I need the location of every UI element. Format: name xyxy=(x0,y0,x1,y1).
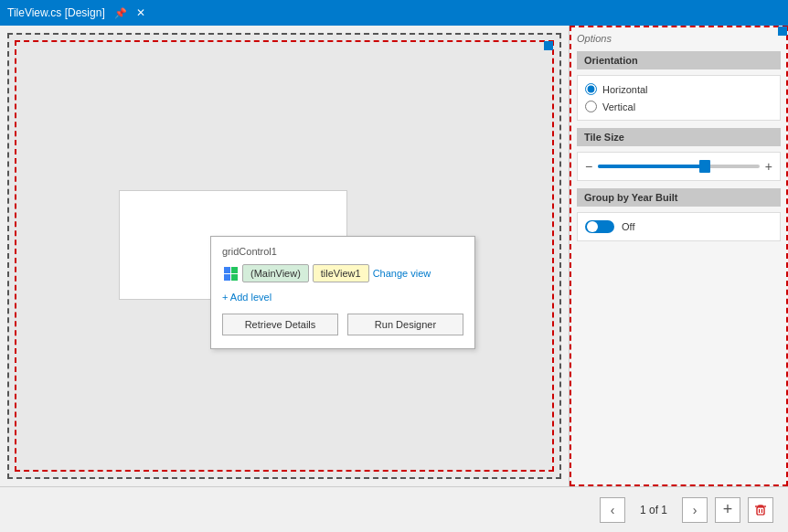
delete-button[interactable] xyxy=(748,497,773,523)
tile-size-header: Tile Size xyxy=(577,128,781,146)
pin-icon[interactable]: 📌 xyxy=(114,7,127,19)
add-level-label: + Add level xyxy=(222,292,272,303)
vertical-radio-item[interactable]: Vertical xyxy=(585,101,772,112)
vertical-radio[interactable] xyxy=(585,101,597,112)
run-designer-button[interactable]: Run Designer xyxy=(347,314,463,335)
main-content: gridControl1 (MainView) tile xyxy=(0,26,788,486)
horizontal-radio[interactable] xyxy=(585,83,597,95)
panel-content: Options Orientation Horizontal Vertical xyxy=(570,26,788,486)
next-button[interactable]: › xyxy=(682,497,708,523)
design-canvas: gridControl1 (MainView) tile xyxy=(7,33,561,479)
grid-control-popup: gridControl1 (MainView) tile xyxy=(210,236,475,349)
vertical-label: Vertical xyxy=(602,101,635,112)
bottom-bar: ‹ 1 of 1 › + xyxy=(0,486,788,532)
slider-track[interactable] xyxy=(598,165,760,168)
group-by-year-header: Group by Year Built xyxy=(577,188,781,207)
svg-rect-0 xyxy=(757,507,764,515)
toggle-container: Off xyxy=(577,212,781,241)
page-indicator: 1 of 1 xyxy=(633,504,675,516)
add-level-button[interactable]: + Add level xyxy=(222,292,463,303)
border-arrow-icon xyxy=(544,41,553,50)
tile-size-slider-container: − + xyxy=(577,152,781,181)
toggle-state-label: Off xyxy=(622,221,634,232)
slider-thumb[interactable] xyxy=(699,160,710,173)
title-bar-text: TileView.cs [Design] xyxy=(7,6,105,19)
options-label: Options xyxy=(577,33,781,44)
slider-minus-icon[interactable]: − xyxy=(585,160,592,173)
orientation-body: Horizontal Vertical xyxy=(577,75,781,121)
main-view-tab[interactable]: (MainView) xyxy=(242,264,309,282)
slider-fill xyxy=(598,165,703,168)
orientation-radio-group: Horizontal Vertical xyxy=(585,83,772,112)
canvas-inner: gridControl1 (MainView) tile xyxy=(9,35,559,477)
close-button[interactable]: ✕ xyxy=(133,5,149,21)
slider-plus-icon[interactable]: + xyxy=(765,160,772,173)
prev-button[interactable]: ‹ xyxy=(600,497,625,523)
title-bar: TileView.cs [Design] 📌 ✕ xyxy=(0,0,788,26)
tile-view-tab[interactable]: tileView1 xyxy=(313,264,369,282)
add-button[interactable]: + xyxy=(715,497,740,523)
popup-title: gridControl1 xyxy=(222,246,463,257)
group-by-year-toggle[interactable] xyxy=(585,220,614,233)
grid-icon xyxy=(222,265,239,282)
horizontal-label: Horizontal xyxy=(602,84,648,95)
orientation-header: Orientation xyxy=(577,51,781,69)
toggle-thumb xyxy=(587,221,598,232)
main-window: TileView.cs [Design] 📌 ✕ gridControl1 xyxy=(0,0,788,532)
popup-buttons: Retrieve Details Run Designer xyxy=(222,314,463,335)
retrieve-details-button[interactable]: Retrieve Details xyxy=(222,314,338,335)
view-tabs: (MainView) tileView1 Change view xyxy=(222,264,463,282)
change-view-link[interactable]: Change view xyxy=(373,268,431,279)
horizontal-radio-item[interactable]: Horizontal xyxy=(585,83,772,95)
right-panel: Options Orientation Horizontal Vertical xyxy=(569,26,788,486)
trash-icon xyxy=(754,504,767,516)
